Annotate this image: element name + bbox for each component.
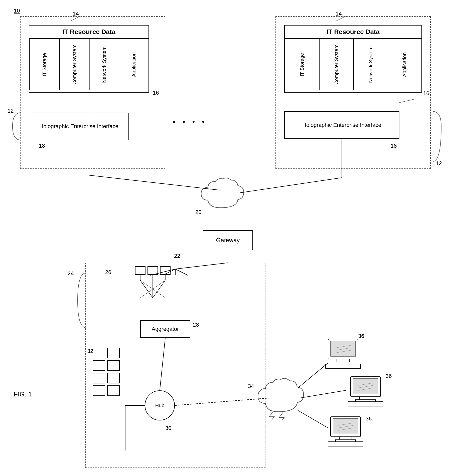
right-col-1: IT Storage bbox=[285, 39, 319, 90]
left-it-resource-title: IT Resource Data bbox=[29, 26, 148, 39]
left-label-12: 12 bbox=[8, 108, 14, 114]
label-26: 26 bbox=[105, 269, 111, 276]
label-30: 30 bbox=[165, 425, 171, 431]
label-34: 34 bbox=[248, 383, 254, 389]
storage-cell-2 bbox=[107, 348, 120, 358]
svg-rect-13 bbox=[331, 341, 356, 356]
storage-cell-5 bbox=[93, 373, 105, 383]
aggregator-box: Aggregator bbox=[140, 320, 190, 338]
svg-rect-31 bbox=[336, 440, 356, 442]
dots: • • • • bbox=[173, 118, 207, 126]
left-hei-label: Holographic Enterprise Interface bbox=[39, 123, 118, 130]
left-col-3: Network System bbox=[89, 39, 119, 90]
diamond-network bbox=[115, 265, 185, 325]
svg-line-41 bbox=[240, 178, 342, 193]
right-it-resource-title: IT Resource Data bbox=[285, 26, 421, 39]
svg-line-54 bbox=[301, 390, 346, 398]
right-it-resource-columns: IT Storage Computer System Network Syste… bbox=[285, 39, 421, 90]
cloud-label-20: 20 bbox=[195, 209, 201, 215]
label-32: 32 bbox=[87, 348, 93, 354]
right-it-resource-box: IT Resource Data IT Storage Computer Sys… bbox=[284, 25, 422, 93]
right-hei-label: Holographic Enterprise Interface bbox=[302, 122, 381, 128]
internet-cloud bbox=[250, 375, 306, 420]
svg-rect-16 bbox=[326, 364, 361, 369]
right-col-3: Network System bbox=[353, 39, 388, 90]
left-label-16: 16 bbox=[153, 90, 159, 96]
storage-cell-8 bbox=[107, 385, 120, 396]
computer-36-mid bbox=[346, 375, 386, 408]
right-label-16: 16 bbox=[423, 90, 429, 97]
svg-rect-32 bbox=[328, 442, 363, 446]
svg-line-8 bbox=[153, 280, 165, 298]
storage-cell-6 bbox=[107, 373, 120, 383]
left-col-1: IT Storage bbox=[29, 39, 59, 90]
storage-cell-4 bbox=[107, 360, 120, 371]
label-36-bot: 36 bbox=[366, 415, 372, 422]
cloud-20 bbox=[194, 175, 247, 215]
right-hei-box: Holographic Enterprise Interface bbox=[284, 111, 399, 139]
computer-36-bot bbox=[326, 415, 366, 448]
bottom-label-24: 24 bbox=[68, 270, 74, 277]
svg-rect-21 bbox=[353, 378, 378, 394]
svg-rect-30 bbox=[339, 437, 352, 440]
label-36-top: 36 bbox=[358, 333, 364, 339]
svg-rect-2 bbox=[160, 267, 170, 275]
svg-rect-23 bbox=[356, 400, 376, 402]
left-it-resource-box: IT Resource Data IT Storage Computer Sys… bbox=[29, 25, 149, 93]
gateway-ref: 22 bbox=[174, 253, 180, 259]
svg-rect-15 bbox=[333, 362, 353, 364]
computer-36-top bbox=[323, 338, 363, 370]
fig-caption: FIG. 1 bbox=[14, 390, 32, 398]
storage-grid bbox=[93, 348, 120, 396]
right-label-18: 18 bbox=[391, 143, 397, 149]
aggregator-label: Aggregator bbox=[152, 326, 179, 332]
label-28: 28 bbox=[193, 322, 199, 328]
left-it-resource-columns: IT Storage Computer System Network Syste… bbox=[29, 39, 148, 90]
svg-rect-22 bbox=[359, 397, 372, 400]
right-col-4: Application bbox=[388, 39, 421, 90]
right-col-2: Computer System bbox=[319, 39, 353, 90]
left-col-4: Application bbox=[119, 39, 149, 90]
svg-rect-29 bbox=[333, 418, 358, 434]
svg-rect-0 bbox=[135, 267, 145, 275]
gateway-label: Gateway bbox=[216, 237, 240, 244]
svg-rect-14 bbox=[337, 359, 349, 362]
label-36-mid: 36 bbox=[386, 373, 392, 379]
right-label-14: 14 bbox=[336, 11, 342, 17]
hub-label: Hub bbox=[155, 403, 165, 408]
storage-cell-1 bbox=[93, 348, 105, 358]
hub-circle: Hub bbox=[145, 390, 175, 420]
gateway-box: Gateway bbox=[203, 230, 253, 250]
diagram: 10 FIG. 1 14 IT Resource Data IT Storage… bbox=[0, 0, 449, 476]
right-label-12: 12 bbox=[436, 160, 442, 167]
storage-cell-7 bbox=[93, 385, 105, 396]
storage-cell-3 bbox=[93, 360, 105, 371]
svg-line-9 bbox=[140, 280, 153, 298]
svg-rect-1 bbox=[148, 267, 158, 275]
left-col-2: Computer System bbox=[59, 39, 89, 90]
left-label-14: 14 bbox=[73, 11, 79, 17]
svg-rect-24 bbox=[348, 402, 383, 406]
fig-label-10: 10 bbox=[14, 8, 20, 14]
left-hei-box: Holographic Enterprise Interface bbox=[29, 113, 129, 140]
left-label-18: 18 bbox=[39, 143, 45, 149]
